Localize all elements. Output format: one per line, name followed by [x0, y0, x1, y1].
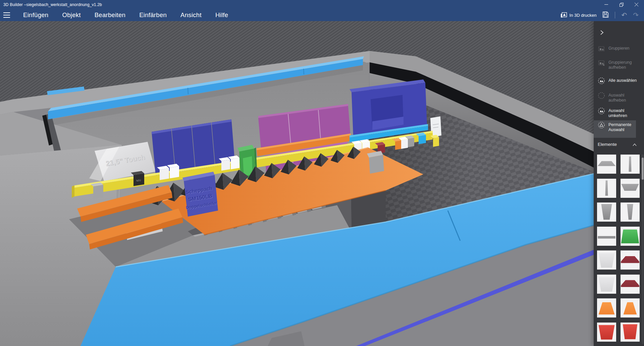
element-shape-binTall — [597, 203, 616, 222]
permanent-selection-icon — [598, 121, 605, 129]
group-icon — [598, 45, 605, 52]
element-shape-wedgeWide — [621, 179, 640, 198]
sidebar-tool-gruppierung-aufheben[interactable]: Gruppierung aufheben — [594, 59, 644, 70]
element-tile-white-bin-2[interactable] — [597, 275, 616, 294]
element-tile-flat-plank[interactable] — [597, 227, 616, 246]
element-shape-rod — [597, 179, 616, 198]
element-tile-orange-block[interactable] — [597, 298, 616, 318]
element-shape-rod — [621, 155, 640, 174]
elements-header-label: Elemente — [598, 142, 617, 147]
element-tile-orange-block-2[interactable] — [621, 298, 640, 318]
close-icon — [635, 3, 638, 6]
tool-label: Auswahl umkehren — [608, 107, 639, 118]
element-shape-binNarrow — [621, 203, 640, 222]
sidebar-tool-permanente-auswahl[interactable]: Permanente Auswahl — [594, 121, 644, 132]
element-shape-blockWide — [621, 227, 640, 246]
sidebar-tool-auswahl-aufheben[interactable]: Auswahl aufheben — [594, 92, 644, 103]
save-icon — [602, 11, 609, 18]
chevron-right-icon — [599, 30, 604, 35]
element-tile-red-bin-2[interactable] — [621, 323, 640, 342]
element-shape-trapWide — [597, 298, 616, 318]
sidebar-tool-auswahl-umkehren[interactable]: Auswahl umkehren — [594, 107, 644, 118]
tool-label: Permanente Auswahl — [608, 121, 639, 132]
element-tile-red-bin[interactable] — [597, 323, 616, 342]
element-shape-trapNarrow — [621, 298, 640, 318]
invert-selection-icon — [598, 107, 605, 115]
print-3d-label: In 3D drucken — [570, 13, 597, 18]
right-sidebar: GruppierenGruppierung aufhebenAlle auswä… — [594, 21, 644, 346]
window-title: 3D Builder –siegelsbach_werkstatt_anordn… — [3, 2, 102, 7]
tool-label: Gruppieren — [608, 45, 639, 51]
element-tile-thin-rod-2[interactable] — [597, 179, 616, 198]
element-tile-thin-rod[interactable] — [621, 155, 640, 174]
hamburger-menu-icon[interactable] — [3, 12, 10, 18]
restore-icon — [620, 3, 624, 7]
menubar: EinfügenObjektBearbeitenEinfärbenAnsicht… — [0, 9, 644, 21]
3d-viewport[interactable]: 21,5" Touch 21,5" Touch — [0, 21, 594, 346]
restore-button[interactable] — [614, 0, 629, 9]
elements-section-header[interactable]: Elemente — [594, 141, 644, 150]
minimize-button[interactable] — [599, 0, 614, 9]
element-shape-plank — [597, 227, 616, 246]
element-shape-binWide — [597, 323, 616, 342]
element-shape-plateLow — [621, 275, 640, 294]
element-tile-white-bin[interactable] — [597, 250, 616, 270]
element-tile-wide-wedge[interactable] — [621, 179, 640, 198]
element-shape-binWide — [597, 250, 616, 270]
scrollbar-track[interactable] — [642, 155, 644, 344]
sidebar-tool-alle-auswahlen[interactable]: Alle auswählen — [594, 77, 644, 84]
chevron-up-icon — [633, 143, 637, 146]
element-tile-flat-plate[interactable] — [597, 155, 616, 174]
element-tile-tapered-block-2[interactable] — [621, 203, 640, 222]
element-tile-dark-red-plate[interactable] — [621, 250, 640, 270]
menu-item-ansicht[interactable]: Ansicht — [180, 11, 202, 19]
printer-3d-icon — [560, 12, 567, 18]
tool-label: Alle auswählen — [608, 77, 639, 83]
element-tile-green-block[interactable] — [621, 227, 640, 246]
menu-item-einfarben[interactable]: Einfärben — [139, 11, 167, 19]
workshop-scene[interactable]: 21,5" Touch 21,5" Touch — [0, 21, 594, 346]
element-shape-plateLow — [621, 250, 640, 270]
save-button[interactable] — [602, 11, 609, 19]
select-all-icon — [598, 77, 605, 84]
toolbar-divider — [615, 12, 615, 18]
scheppach-banner[interactable]: Scheppach Scheppach SM150LB SM150LB Dopp… — [182, 172, 218, 217]
sidebar-tool-gruppieren[interactable]: Gruppieren — [594, 45, 644, 52]
collapse-panel-button[interactable] — [599, 30, 606, 37]
scrollbar-thumb[interactable] — [642, 158, 644, 180]
element-shape-binWide — [597, 275, 616, 294]
titlebar: 3D Builder –siegelsbach_werkstatt_anordn… — [0, 0, 644, 9]
close-button[interactable] — [629, 0, 644, 9]
menu-item-einfugen[interactable]: Einfügen — [23, 11, 48, 19]
print-3d-button[interactable]: In 3D drucken — [560, 12, 597, 18]
undo-button[interactable]: ↶ — [621, 12, 627, 18]
clear-selection-icon — [598, 92, 605, 99]
element-shape-binMid — [621, 323, 640, 342]
element-tile-dark-red-plate-2[interactable] — [621, 275, 640, 294]
redo-button[interactable]: ↷ — [633, 12, 639, 18]
element-shape-plate — [597, 155, 616, 174]
tool-label: Gruppierung aufheben — [608, 59, 639, 70]
minimize-icon — [604, 3, 608, 6]
tool-label: Auswahl aufheben — [608, 92, 639, 103]
ungroup-icon — [598, 59, 605, 66]
menu-item-objekt[interactable]: Objekt — [62, 11, 80, 19]
element-tile-tapered-block[interactable] — [597, 203, 616, 222]
menu-item-bearbeiten[interactable]: Bearbeiten — [95, 11, 125, 19]
menu-item-hilfe[interactable]: Hilfe — [215, 11, 228, 19]
